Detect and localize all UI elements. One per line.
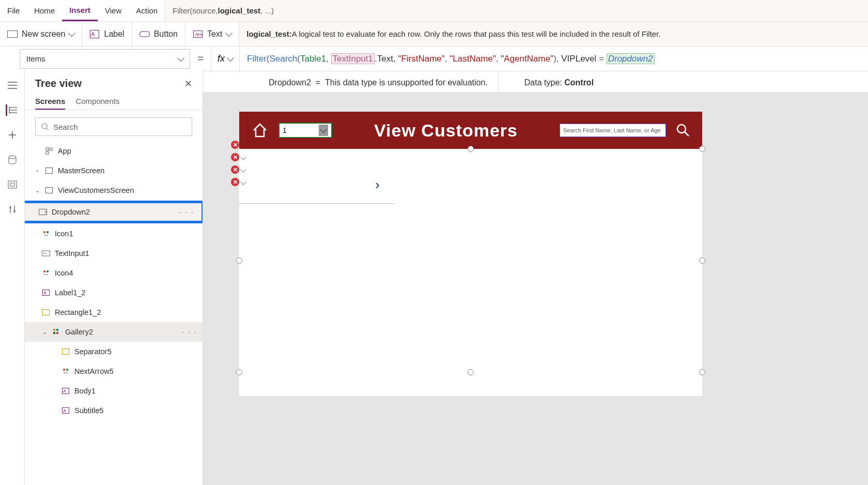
tree-node-body1[interactable]: Body1 (25, 381, 203, 401)
svg-rect-9 (46, 148, 49, 150)
resize-handle[interactable] (699, 257, 705, 264)
property-selector[interactable]: Items (20, 49, 190, 69)
str-firstname: "FirstName" (398, 54, 444, 64)
svg-rect-29 (63, 388, 69, 394)
new-screen-button[interactable]: New screen (0, 22, 82, 46)
more-options-button[interactable]: · · · (182, 328, 197, 336)
fn-filter: Filter (247, 54, 267, 64)
fx-label: fx (218, 53, 225, 64)
resize-handle[interactable] (236, 369, 242, 375)
hamburger-icon[interactable] (7, 80, 18, 91)
more-options-button[interactable]: · · · (179, 208, 194, 216)
menu-action[interactable]: Action (129, 0, 165, 21)
menu-view[interactable]: View (98, 0, 129, 21)
svg-rect-24 (53, 332, 55, 334)
error-badge[interactable]: ✕ (231, 153, 245, 161)
tree-view-panel: Tree view ✕ Screens Components Search Ap… (25, 69, 203, 485)
tree-node-separator5[interactable]: Separator5 (25, 342, 203, 361)
svg-rect-13 (46, 188, 53, 193)
tree-node-rectangle12[interactable]: Rectangle1_2 (25, 302, 203, 322)
tree-label: App (58, 147, 71, 155)
dropdown-icon (38, 207, 48, 217)
comma: , (556, 54, 561, 64)
tree-view-icon[interactable] (6, 104, 17, 116)
tree-node-icon1[interactable]: Icon1 (25, 224, 203, 244)
menu-file[interactable]: File (0, 0, 27, 21)
tree-label: Subtitle5 (74, 406, 103, 415)
svg-point-18 (43, 270, 45, 272)
tab-components[interactable]: Components (75, 94, 119, 110)
tree-node-app[interactable]: App (25, 141, 203, 161)
equals-sign: = (190, 53, 211, 65)
app-header-banner: 1 View Customers Search First Name, Last… (239, 112, 702, 149)
dropdown2-control[interactable]: 1 (278, 123, 332, 138)
op-eq: = (599, 54, 607, 64)
param-name: logical_test: (246, 29, 292, 38)
tree-node-masterscreen[interactable]: › MasterScreen (25, 161, 203, 180)
gallery-icon (52, 327, 61, 337)
svg-rect-0 (8, 31, 18, 37)
chevron-down-icon (177, 54, 184, 61)
tree-view-title: Tree view (35, 78, 82, 89)
tree-search-input[interactable]: Search (35, 117, 192, 136)
icon-control-icon (41, 229, 51, 238)
menu-bar: File Home Insert View Action Filter(sour… (0, 0, 868, 22)
result-segment: Dropdown2 = This data type is unsupporte… (258, 71, 499, 94)
gallery-row[interactable]: › (239, 170, 394, 204)
dropdown-value: 1 (283, 126, 287, 134)
data-icon[interactable] (7, 154, 18, 165)
fx-button[interactable]: fx (211, 47, 240, 71)
tree-node-label12[interactable]: Label1_2 (25, 283, 203, 302)
tree-node-textinput1[interactable]: TextInput1 (25, 244, 203, 263)
media-icon[interactable] (7, 179, 18, 190)
svg-rect-20 (43, 290, 50, 296)
insert-button-button[interactable]: Button (132, 22, 185, 46)
advanced-tools-icon[interactable] (7, 204, 18, 215)
insert-icon[interactable] (7, 129, 18, 141)
tree-node-dropdown2[interactable]: Dropdown2 · · · (25, 202, 203, 222)
search-input-control[interactable]: Search First Name, Last Name, or Age (560, 124, 666, 137)
tree-label: Separator5 (74, 347, 112, 356)
menu-home[interactable]: Home (27, 0, 62, 21)
app-stage[interactable]: 1 View Customers Search First Name, Last… (239, 112, 702, 396)
str-agentname: "AgentName" (501, 54, 553, 64)
home-icon[interactable] (251, 121, 269, 140)
error-badge[interactable]: ✕ (231, 141, 245, 149)
chevron-down-icon (225, 29, 233, 36)
tree-label: NextArrow5 (74, 367, 114, 375)
insert-text-button[interactable]: Abc Text (185, 22, 239, 46)
intellisense-hint: Filter(source, logical_test , ...) (165, 0, 868, 21)
tree-node-viewcustomers[interactable]: ⌄ ViewCustomersScreen (25, 180, 203, 200)
search-icon[interactable] (675, 123, 691, 138)
label-icon (41, 288, 51, 297)
icon-control-icon (61, 367, 70, 376)
formula-bar-row: Items = fx Filter(Search(Table1, TextInp… (0, 47, 868, 71)
tree-node-icon4[interactable]: Icon4 (25, 263, 203, 283)
svg-rect-10 (50, 148, 52, 150)
resize-handle[interactable] (468, 369, 474, 375)
tree-label: Gallery2 (65, 328, 93, 336)
resize-handle[interactable] (699, 369, 705, 375)
screen-icon (44, 166, 54, 175)
formula-editor[interactable]: Filter(Search(Table1, TextInput1.Text, "… (240, 53, 868, 64)
insert-label-button[interactable]: Label (82, 22, 132, 46)
tree-node-nextarrow5[interactable]: NextArrow5 (25, 361, 203, 381)
new-screen-label: New screen (22, 29, 65, 39)
tree-label: TextInput1 (55, 249, 89, 257)
textinput-icon (41, 249, 51, 258)
tab-screens[interactable]: Screens (35, 94, 65, 110)
chevron-right-icon[interactable]: › (375, 177, 380, 193)
comma: , (445, 54, 450, 64)
tree-node-subtitle5[interactable]: Subtitle5 (25, 401, 203, 420)
menu-insert[interactable]: Insert (62, 0, 98, 21)
chevron-down-icon (227, 54, 234, 61)
tree-node-gallery2[interactable]: ⌄ Gallery2 · · · (25, 322, 203, 342)
close-panel-button[interactable]: ✕ (184, 78, 192, 89)
comma: , (326, 54, 331, 64)
svg-rect-30 (63, 408, 69, 414)
result-msg: This data type is unsupported for evalua… (325, 78, 488, 87)
screen-icon (44, 186, 54, 195)
button-icon (140, 30, 150, 38)
chevron-down-icon (319, 125, 328, 136)
resize-handle[interactable] (236, 257, 242, 264)
